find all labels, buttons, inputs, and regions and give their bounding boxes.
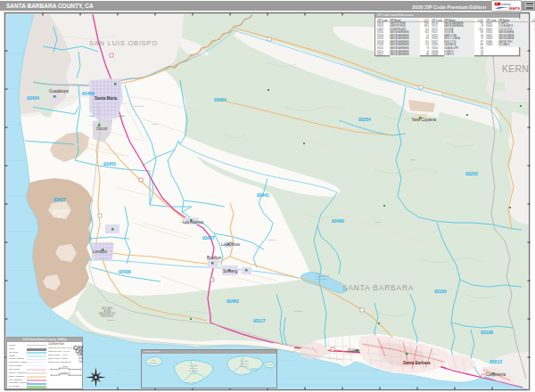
svg-text:93455: 93455 xyxy=(103,161,116,167)
svg-text:93458: 93458 xyxy=(82,91,95,96)
svg-text:Miles: Miles xyxy=(62,365,68,368)
svg-text:CHANNEL: CHANNEL xyxy=(240,360,249,362)
svg-text:93013: 93013 xyxy=(490,359,502,364)
svg-text:SAN: SAN xyxy=(152,359,156,361)
svg-text:93108: 93108 xyxy=(481,330,493,335)
svg-text:Happy: Happy xyxy=(374,221,382,224)
svg-text:Goleta: Goleta xyxy=(348,348,360,353)
svg-text:BASE: BASE xyxy=(58,215,64,218)
svg-text:93252: 93252 xyxy=(465,171,478,176)
svg-text:Los Olivos: Los Olivos xyxy=(221,242,241,247)
svg-text:93105: 93105 xyxy=(434,289,447,294)
svg-text:PARK: PARK xyxy=(191,372,196,374)
svg-text:Figueroa: Figueroa xyxy=(268,239,276,241)
svg-text:93434: 93434 xyxy=(27,95,39,101)
svg-text:KERN: KERN xyxy=(502,63,529,74)
svg-text:93437: 93437 xyxy=(54,197,66,202)
svg-text:Sierra: Sierra xyxy=(410,159,416,161)
svg-text:NATL FOR: NATL FOR xyxy=(316,278,326,281)
svg-text:Santa Barbara: Santa Barbara xyxy=(403,361,431,365)
svg-text:SANTA BARBARA: SANTA BARBARA xyxy=(342,283,414,292)
svg-text:ISLANDS: ISLANDS xyxy=(241,363,249,364)
svg-text:New Cuyama: New Cuyama xyxy=(412,118,437,122)
svg-text:Buellton: Buellton xyxy=(207,256,222,260)
svg-text:Foxen: Foxen xyxy=(152,123,159,126)
svg-text:93436: 93436 xyxy=(119,269,131,274)
svg-text:marketing maps online: marketing maps online xyxy=(496,10,512,12)
svg-text:CHANNEL: CHANNEL xyxy=(189,364,198,366)
svg-text:93254: 93254 xyxy=(251,368,258,372)
svg-text:93441: 93441 xyxy=(257,192,269,198)
svg-text:93460: 93460 xyxy=(332,218,344,224)
svg-text:93254: 93254 xyxy=(358,117,371,122)
svg-text:Santa Maria: Santa Maria xyxy=(95,96,118,101)
svg-text:93427: 93427 xyxy=(202,235,215,241)
svg-text:Alisos: Alisos xyxy=(178,221,185,224)
svg-text:Jalama: Jalama xyxy=(107,319,115,322)
svg-text:Orcutt: Orcutt xyxy=(96,127,108,131)
svg-text:93117: 93117 xyxy=(253,318,266,323)
svg-text:ISLANDS: ISLANDS xyxy=(190,367,198,369)
svg-text:Lompoc: Lompoc xyxy=(93,249,108,254)
svg-text:Refugio: Refugio xyxy=(294,310,302,313)
svg-text:Betteravia: Betteravia xyxy=(134,105,144,108)
svg-text:SAN LUIS OBISPO: SAN LUIS OBISPO xyxy=(89,39,158,47)
svg-text:NATIONAL: NATIONAL xyxy=(189,370,199,372)
svg-text:Los Alamos: Los Alamos xyxy=(183,220,204,225)
svg-text:MIGUEL: MIGUEL xyxy=(150,362,158,363)
svg-text:PRESERVE: PRESERVE xyxy=(101,314,113,318)
svg-text:SANTA ROSA: SANTA ROSA xyxy=(185,381,197,383)
svg-text:NAT PARK: NAT PARK xyxy=(240,365,249,367)
svg-text:Carpinteria: Carpinteria xyxy=(486,372,506,377)
svg-text:93463: 93463 xyxy=(226,298,239,304)
svg-text:ANACAPA: ANACAPA xyxy=(265,363,274,365)
svg-text:Solvang: Solvang xyxy=(223,269,238,274)
svg-text:93454: 93454 xyxy=(214,97,226,102)
svg-text:Guadalupe: Guadalupe xyxy=(49,89,70,94)
